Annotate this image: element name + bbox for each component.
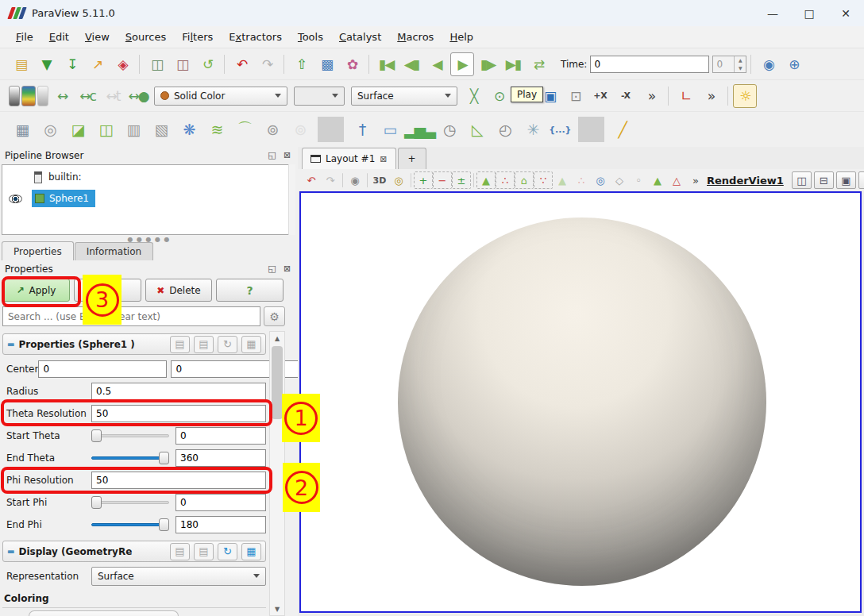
zoom-to-data-icon[interactable]: ⊙ xyxy=(487,84,511,108)
previous-frame-icon[interactable]: ◀▮ xyxy=(399,52,423,76)
reset-session-icon[interactable]: ↺ xyxy=(195,52,219,76)
theta-resolution-field[interactable] xyxy=(91,405,266,422)
split-horizontal-button[interactable]: ◫ xyxy=(792,171,812,189)
start-theta-field[interactable] xyxy=(176,427,266,445)
menu-file[interactable]: File xyxy=(8,29,41,45)
representation-toolbar-combo[interactable]: Surface xyxy=(351,87,457,106)
maximize-button[interactable]: □ xyxy=(791,0,827,26)
adjust-camera-icon[interactable]: ▩ xyxy=(314,52,338,76)
server-disconnect-icon[interactable]: ◫ xyxy=(170,52,194,76)
threshold-icon[interactable]: ▥ xyxy=(120,117,146,142)
delete-button[interactable]: ✖ Delete xyxy=(145,279,213,302)
play-backward-icon[interactable]: ◀ xyxy=(425,52,449,76)
visibility-eye-icon[interactable] xyxy=(9,194,22,203)
menu-view[interactable]: View xyxy=(77,29,118,45)
collapse-icon[interactable]: ▬ xyxy=(7,547,14,556)
center-x-field[interactable] xyxy=(38,360,167,378)
colormap-icon[interactable] xyxy=(9,86,20,106)
save-catalyst-icon[interactable]: ◈ xyxy=(110,52,134,76)
close-icon[interactable]: ⊠ xyxy=(281,263,293,275)
spin-up-icon[interactable]: ▲ xyxy=(735,56,746,64)
render-view-name[interactable]: RenderView1 xyxy=(707,175,784,187)
toggle-3d-mode-button[interactable]: 3D xyxy=(370,171,389,189)
choose-colormap-icon[interactable] xyxy=(21,86,36,106)
next-frame-icon[interactable]: ▮▶ xyxy=(476,52,499,76)
group-datasets-icon[interactable]: ⊚ xyxy=(259,117,285,142)
save-defaults-icon[interactable]: ▦ xyxy=(241,336,261,353)
extract-subset-icon[interactable]: ▧ xyxy=(148,117,174,142)
light-kit-icon[interactable]: ☼ xyxy=(733,84,757,108)
shrink-selection-icon[interactable]: △ xyxy=(667,171,686,189)
start-theta-slider[interactable] xyxy=(91,429,169,443)
tab-properties[interactable]: Properties xyxy=(2,241,74,260)
add-selection-icon[interactable]: + xyxy=(414,171,433,189)
gear-icon[interactable]: ⚙ xyxy=(264,306,285,326)
menu-catalyst[interactable]: Catalyst xyxy=(331,29,389,45)
contour-icon[interactable]: ◎ xyxy=(37,117,63,142)
render-view[interactable] xyxy=(299,191,862,613)
search-input[interactable] xyxy=(2,306,260,326)
redo-icon[interactable]: ↷ xyxy=(255,52,279,76)
plot-selection-over-time-icon[interactable]: ◴ xyxy=(492,117,518,142)
save-state-icon[interactable]: ↧ xyxy=(60,52,83,76)
reset-camera-icon[interactable]: ╳ xyxy=(461,84,485,108)
extract-block-icon[interactable]: ⊚ xyxy=(287,117,313,142)
select-cells-polygon-icon[interactable]: ⌂ xyxy=(515,171,534,189)
select-points-interactive-icon[interactable]: ∴ xyxy=(572,171,591,189)
phi-resolution-field[interactable] xyxy=(91,472,266,489)
save-camera-icon[interactable]: ⊕ xyxy=(781,52,805,76)
menu-macros[interactable]: Macros xyxy=(389,29,442,45)
split-vertical-button[interactable]: ⊟ xyxy=(814,171,834,189)
toggle-selection-icon[interactable]: ± xyxy=(452,171,471,189)
paste-icon[interactable]: ▤ xyxy=(194,543,214,560)
sphere-properties-section-header[interactable]: ▬ Properties (Sphere1 ) ▤ ▤ ↻ ▦ xyxy=(2,333,266,355)
restore-defaults-icon[interactable]: ↻ xyxy=(218,336,237,353)
undo-icon[interactable]: ↶ xyxy=(230,52,253,76)
select-cells-rectangle-icon[interactable]: ▲ xyxy=(476,171,496,189)
camera-redo-icon[interactable]: ↷ xyxy=(321,171,340,189)
save-screenshot-icon[interactable]: ↗ xyxy=(85,52,109,76)
end-phi-field[interactable] xyxy=(176,516,266,533)
overflow-chevron[interactable]: » xyxy=(699,84,723,108)
tab-information[interactable]: Information xyxy=(75,242,153,260)
select-cells-interactive-icon[interactable]: ▲ xyxy=(553,171,572,189)
menu-extractors[interactable]: Extractors xyxy=(221,29,290,45)
new-layout-tab[interactable]: + xyxy=(398,148,426,169)
collapse-icon[interactable]: ▬ xyxy=(7,340,14,348)
copy-icon[interactable]: ▤ xyxy=(170,336,190,353)
close-icon[interactable]: ⊠ xyxy=(281,149,293,161)
component-combo[interactable] xyxy=(294,87,345,106)
menu-sources[interactable]: Sources xyxy=(118,29,174,45)
edit-colormap-icon[interactable] xyxy=(37,86,48,106)
frame-spinner[interactable]: 0 ▲▼ xyxy=(712,56,746,73)
set-view-minus-x-icon[interactable]: -X xyxy=(614,84,638,108)
save-defaults-icon[interactable]: ▦ xyxy=(241,543,261,560)
grow-selection-icon[interactable]: ▲ xyxy=(648,171,667,189)
stream-tracer-icon[interactable]: ≋ xyxy=(203,117,230,142)
python-calculator-icon[interactable]: {...} xyxy=(547,117,573,142)
undock-icon[interactable]: ◱ xyxy=(266,149,278,161)
play-icon[interactable]: ▶ xyxy=(450,52,474,76)
clip-icon[interactable]: ◪ xyxy=(64,117,91,142)
zoom-to-data-camera-icon[interactable]: ◉ xyxy=(756,52,780,76)
menu-filters[interactable]: Filters xyxy=(174,29,221,45)
calculator-icon[interactable]: ▦ xyxy=(9,117,35,142)
scroll-up-icon[interactable]: ▲ xyxy=(270,332,284,345)
help-button[interactable]: ? xyxy=(216,279,284,302)
display-section-header[interactable]: ▬ Display (GeometryRe ▤ ▤ ↻ ▦ xyxy=(2,541,266,562)
plot-over-time-icon[interactable]: ◷ xyxy=(436,117,462,142)
zoom-to-box-icon[interactable]: ⊡ xyxy=(563,84,587,108)
close-button[interactable]: ✕ xyxy=(827,0,864,26)
start-phi-field[interactable] xyxy=(176,494,266,511)
open-file-icon[interactable]: ▤ xyxy=(9,52,33,76)
last-frame-icon[interactable]: ▶▮ xyxy=(501,52,525,76)
set-view-plus-x-icon[interactable]: +X xyxy=(588,84,612,108)
minimize-button[interactable]: — xyxy=(754,0,791,26)
zoom-magnifier-icon[interactable]: ◎ xyxy=(389,171,408,189)
menu-edit[interactable]: Edit xyxy=(41,29,77,45)
menu-tools[interactable]: Tools xyxy=(290,29,331,45)
representation-combo[interactable]: Surface xyxy=(91,567,266,586)
save-data-icon[interactable]: ▼ xyxy=(34,52,58,76)
pipeline-server-row[interactable]: builtin: xyxy=(2,167,288,187)
restore-defaults-icon[interactable]: ↻ xyxy=(218,543,237,560)
